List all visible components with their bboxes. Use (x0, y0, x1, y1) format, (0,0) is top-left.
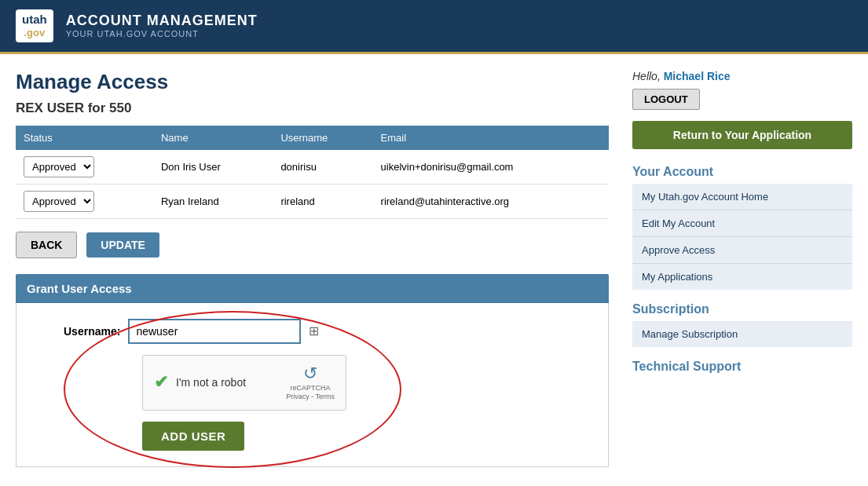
recaptcha-checkmark: ✔ (154, 372, 168, 393)
table-row: Approved Pending Denied Don Iris User do… (16, 150, 609, 185)
col-status: Status (16, 126, 153, 150)
table-row: Approved Pending Denied Ryan Ireland rir… (16, 184, 609, 218)
sidebar-item-manage-subscription[interactable]: Manage Subscription (632, 321, 852, 347)
col-username: Username (273, 126, 372, 150)
page-title: Manage Access (16, 70, 609, 94)
sidebar-item-account-home[interactable]: My Utah.gov Account Home (632, 184, 852, 210)
row2-status[interactable]: Approved Pending Denied (16, 184, 153, 218)
row2-name: Ryan Ireland (153, 184, 273, 218)
recaptcha-box[interactable]: ✔ I'm not a robot ↺ reCAPTCHA Privacy - … (142, 355, 346, 411)
sidebar: Hello, Michael Rice LOGOUT Return to You… (632, 70, 852, 478)
grant-section: Grant User Access Username: ⊞ ✔ I'm not … (16, 274, 609, 467)
site-subtitle: YOUR UTAH.GOV ACCOUNT (66, 29, 258, 38)
row1-name: Don Iris User (153, 150, 273, 185)
recaptcha-logo-icon: ↺ (286, 364, 335, 384)
status-select-1[interactable]: Approved Pending Denied (24, 156, 94, 177)
recaptcha-brand: reCAPTCHA (286, 384, 335, 393)
recaptcha-privacy: Privacy - Terms (286, 393, 335, 402)
username-input[interactable] (128, 319, 301, 344)
sidebar-item-applications[interactable]: My Applications (632, 264, 852, 290)
row1-username: donirisu (273, 150, 372, 185)
site-title: ACCOUNT MANAGEMENT (66, 13, 258, 29)
your-account-nav: My Utah.gov Account Home Edit My Account… (632, 184, 852, 290)
return-application-button[interactable]: Return to Your Application (632, 121, 852, 149)
recaptcha-left: ✔ I'm not a robot (154, 372, 246, 393)
add-user-row: ADD USER (32, 411, 592, 451)
subscription-title: Subscription (632, 302, 852, 316)
update-button[interactable]: UPDATE (86, 232, 159, 258)
sidebar-greeting: Hello, Michael Rice (632, 70, 852, 82)
site-logo: utah .gov (16, 9, 53, 42)
table-header-row: Status Name Username Email (16, 126, 609, 150)
logo-utah: utah (22, 13, 47, 27)
sidebar-item-approve-access[interactable]: Approve Access (632, 237, 852, 264)
header-text: ACCOUNT MANAGEMENT YOUR UTAH.GOV ACCOUNT (66, 13, 258, 38)
add-user-button[interactable]: ADD USER (142, 422, 244, 451)
username-row: Username: ⊞ (32, 319, 592, 344)
page-subtitle: REX USER for 550 (16, 100, 609, 116)
logout-button[interactable]: LOGOUT (632, 89, 700, 110)
subscription-nav: Manage Subscription (632, 321, 852, 347)
row2-username: rireland (273, 184, 372, 218)
username-label: Username: (64, 325, 120, 338)
row2-email: rireland@utahinteractive.org (373, 184, 609, 218)
site-header: utah .gov ACCOUNT MANAGEMENT YOUR UTAH.G… (0, 0, 868, 54)
col-name: Name (153, 126, 273, 150)
access-table: Status Name Username Email Approved Pend… (16, 126, 609, 219)
grant-section-header: Grant User Access (16, 274, 609, 303)
grant-section-body: Username: ⊞ ✔ I'm not a robot ↺ reCAPTCH… (16, 303, 609, 467)
status-select-2[interactable]: Approved Pending Denied (24, 191, 94, 212)
input-icon[interactable]: ⊞ (309, 323, 319, 338)
your-account-title: Your Account (632, 165, 852, 179)
row1-status[interactable]: Approved Pending Denied (16, 150, 153, 185)
back-button[interactable]: BACK (16, 232, 77, 258)
tech-support-title: Technical Support (632, 360, 852, 374)
user-name-link[interactable]: Michael Rice (664, 70, 731, 82)
col-email: Email (373, 126, 609, 150)
logo-gov: .gov (24, 27, 45, 39)
action-buttons: BACK UPDATE (16, 232, 609, 258)
hello-text: Hello, (632, 70, 661, 82)
content-area: Manage Access REX USER for 550 Status Na… (16, 70, 632, 478)
recaptcha-label: I'm not a robot (176, 376, 246, 389)
main-container: Manage Access REX USER for 550 Status Na… (0, 54, 868, 486)
sidebar-item-edit-account[interactable]: Edit My Account (632, 210, 852, 237)
row1-email: uikelvin+donirisu@gmail.com (373, 150, 609, 185)
recaptcha-right: ↺ reCAPTCHA Privacy - Terms (286, 364, 335, 402)
